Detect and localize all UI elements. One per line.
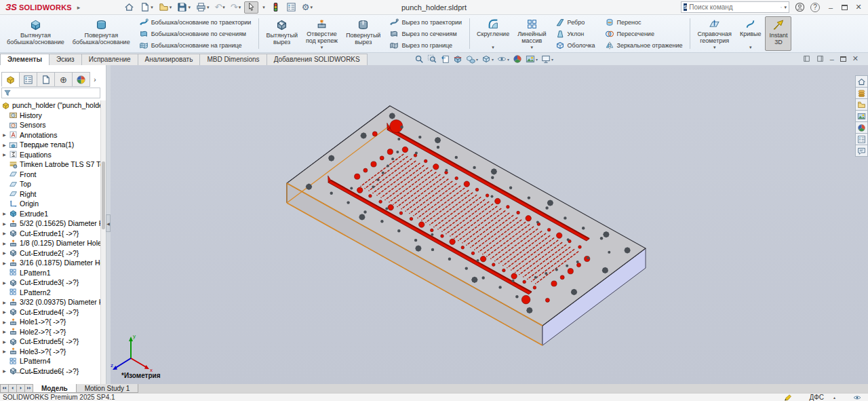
save-button[interactable]: ▾ — [175, 1, 193, 14]
instant-3d-button[interactable]: Instant3D — [765, 16, 791, 51]
command-search[interactable]: S ▾ — [681, 1, 789, 13]
shell-button[interactable]: Оболочка — [553, 40, 598, 51]
dropdown-arrow[interactable]: ▾ — [713, 45, 716, 50]
feature-tree-root[interactable]: punch_holder ("punch_holder" Defau — [0, 100, 101, 111]
feature-tree-item[interactable]: ▶ Front — [0, 170, 101, 180]
feature-tree-item[interactable]: ▶ Sensors — [0, 120, 101, 130]
boundary-cut-button[interactable]: Вырез по границе — [387, 40, 465, 51]
expander-icon[interactable]: ▶ — [0, 280, 9, 285]
wrap-button[interactable]: Перенос — [602, 17, 686, 28]
expander-icon[interactable]: ▶ — [0, 300, 9, 305]
swept-cut-button[interactable]: Вырез по траектории — [387, 17, 465, 28]
view-orientation-button[interactable]: ▾ — [465, 54, 479, 64]
expander-icon[interactable]: ▶ — [0, 339, 9, 344]
close-button[interactable]: ✕ — [853, 3, 864, 12]
redo-button[interactable]: ↷▾ — [229, 1, 243, 14]
open-button[interactable]: ▾ — [157, 1, 174, 14]
feature-tree-item[interactable]: ▶ LPattern2 — [0, 288, 101, 298]
document-tab[interactable]: Модель — [33, 384, 77, 393]
select-dropdown[interactable]: ▾ — [260, 1, 267, 14]
feature-tree-item[interactable]: ▶ 1/8 (0.125) Diameter Hole1->?{ -> — [0, 238, 101, 248]
feature-tree-item[interactable]: ▶ Right — [0, 189, 101, 199]
undo-button[interactable]: ↶▾ — [212, 1, 226, 14]
dropdown-arrow[interactable]: ▾ — [492, 45, 494, 50]
taskpane-design-library-button[interactable] — [855, 87, 868, 99]
document-tab[interactable]: Motion Study 1 — [76, 384, 139, 393]
extruded-cut-button[interactable]: Вытянутыйвырез — [262, 16, 302, 51]
print-button[interactable]: ▾ — [194, 1, 212, 14]
command-tab[interactable]: MBD Dimensions — [199, 54, 267, 65]
expander-icon[interactable]: ▶ — [0, 261, 9, 265]
dropdown-arrow[interactable]: ▾ — [531, 45, 534, 50]
status-eye-icon[interactable] — [853, 394, 861, 401]
tree-scrollbar[interactable] — [100, 100, 106, 384]
mirror-button[interactable]: Зеркальное отражение — [602, 40, 686, 51]
feature-tree-item[interactable]: ▶ Top — [0, 179, 101, 189]
feature-tree-item[interactable]: ▶ Cut-Extrude5{ ->?} — [0, 337, 101, 347]
tab-propertymanager[interactable] — [19, 72, 37, 87]
feature-tree-item[interactable]: ▶ 3/16 (0.1875) Diameter Hole1->?{ — [0, 258, 101, 268]
fillet-button[interactable]: Скругление ▾ — [473, 16, 513, 51]
home-button[interactable] — [122, 1, 136, 14]
tab-configurationmanager[interactable] — [37, 72, 55, 87]
doc-minimize-button[interactable]: – — [830, 55, 834, 63]
minimize-button[interactable]: – — [825, 3, 836, 12]
rib-button[interactable]: Ребро — [553, 17, 598, 28]
expander-icon[interactable]: ▶ — [0, 349, 9, 354]
taskpane-custom-properties-button[interactable] — [855, 133, 868, 145]
taskpane-home-button[interactable] — [855, 75, 868, 88]
feature-tree-item[interactable]: ▶ Origin — [0, 199, 101, 209]
expander-icon[interactable]: ▶ — [0, 241, 9, 246]
search-dropdown-arrow[interactable]: ▾ — [784, 5, 787, 10]
feature-tree-item[interactable]: ▶ Cut-Extrude2{ ->?} — [0, 248, 101, 259]
mbd-dimension-label[interactable]: ДФС — [810, 394, 824, 401]
taskpane-appearances-button[interactable] — [855, 121, 868, 134]
feature-tree-item[interactable]: ▶ 3/32 (0.09375) Diameter Hole1->? — [0, 297, 101, 307]
reference-geometry-button[interactable]: Справочнаягеометрия ▾ — [693, 16, 735, 51]
3d-model-punch-holder[interactable]: yxz — [111, 65, 868, 384]
taskpane-file-explorer-button[interactable] — [855, 98, 868, 111]
taskpane-forum-button[interactable] — [855, 145, 868, 157]
expander-icon[interactable]: ▶ — [0, 231, 9, 235]
feature-tree-item[interactable]: ▶ 5/32 (0.15625) Diameter Hole1->? — [0, 218, 101, 229]
draft-button[interactable]: Уклон — [553, 28, 598, 39]
linear-pattern-button[interactable]: Линейныймассив ▾ — [513, 16, 550, 51]
previous-document-icon[interactable] — [803, 55, 810, 62]
feature-tree-item[interactable]: ▶ Hole3->?{ ->?} — [0, 347, 101, 357]
edit-appearance-button[interactable] — [512, 54, 523, 64]
file-properties-button[interactable] — [284, 1, 298, 14]
dropdown-arrow[interactable]: ▾ — [749, 45, 752, 50]
expander-icon[interactable]: ▶ — [0, 329, 9, 334]
feature-tree-item[interactable]: ▶ Cut-Extrude6{ ->?} — [0, 366, 101, 377]
tag-pencil-icon[interactable] — [784, 394, 792, 401]
curves-button[interactable]: Кривые ▾ — [736, 16, 766, 51]
doc-restore-button[interactable] — [840, 56, 846, 62]
search-icon[interactable] — [781, 3, 782, 12]
select-tool-button[interactable] — [244, 1, 258, 14]
boundary-boss-button[interactable]: Бобышка/основание на границе — [136, 40, 254, 51]
expander-icon[interactable]: ▶ — [0, 320, 9, 324]
hide-show-items-button[interactable]: ▾ — [496, 54, 510, 64]
command-tab[interactable]: Эскиз — [49, 54, 82, 65]
tab-featuremanager[interactable] — [1, 72, 20, 87]
command-tab[interactable]: Элементы — [0, 54, 50, 65]
rebuild-button[interactable] — [269, 1, 283, 14]
feature-tree-item[interactable]: ▶ LPattern4 — [0, 356, 101, 366]
expander-icon[interactable]: ▶ — [0, 250, 9, 255]
tab-dimxpertmanager[interactable]: ⊕ — [54, 72, 73, 87]
feature-tree-item[interactable]: ▶ Hole2->?{ ->?} — [0, 327, 101, 337]
lofted-boss-button[interactable]: Бобышка/основание по сечениям — [136, 28, 254, 39]
dropdown-arrow[interactable]: ▾ — [321, 45, 323, 50]
expander-icon[interactable]: ▶ — [0, 211, 9, 216]
next-document-icon[interactable] — [816, 55, 824, 62]
command-tab[interactable]: Исправление — [81, 54, 138, 65]
status-dropdown-arrow[interactable]: ▴ — [833, 395, 835, 400]
feature-tree-item[interactable]: ▶ Твердые тела(1) — [0, 140, 101, 150]
menu-flyout-arrow[interactable]: ▸ — [76, 4, 87, 11]
feature-tree-item[interactable]: ▶ Equations — [0, 150, 101, 160]
expander-icon[interactable]: ▶ — [0, 132, 9, 137]
command-tab[interactable]: Добавления SOLIDWORKS — [267, 54, 368, 65]
zoom-to-area-button[interactable] — [427, 54, 437, 64]
revolved-boss-button[interactable]: Повернутаябобышка/основание — [68, 16, 134, 51]
doc-close-button[interactable]: ✕ — [852, 54, 859, 63]
